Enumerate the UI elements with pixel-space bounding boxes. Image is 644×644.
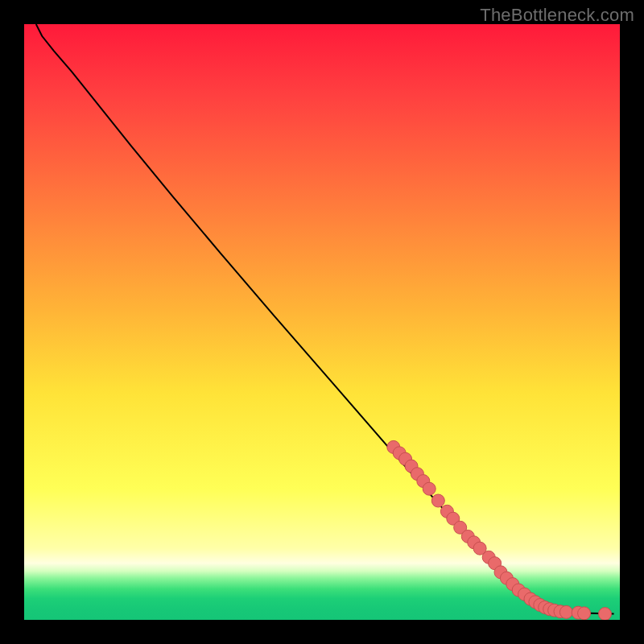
data-point	[431, 494, 444, 507]
watermark-text: TheBottleneck.com	[480, 5, 634, 26]
data-point	[559, 605, 572, 618]
data-point	[423, 482, 436, 495]
bottleneck-chart	[24, 24, 620, 620]
data-point	[578, 607, 591, 620]
chart-frame: TheBottleneck.com	[0, 0, 644, 644]
gradient-background	[24, 24, 620, 620]
data-point	[599, 608, 612, 620]
